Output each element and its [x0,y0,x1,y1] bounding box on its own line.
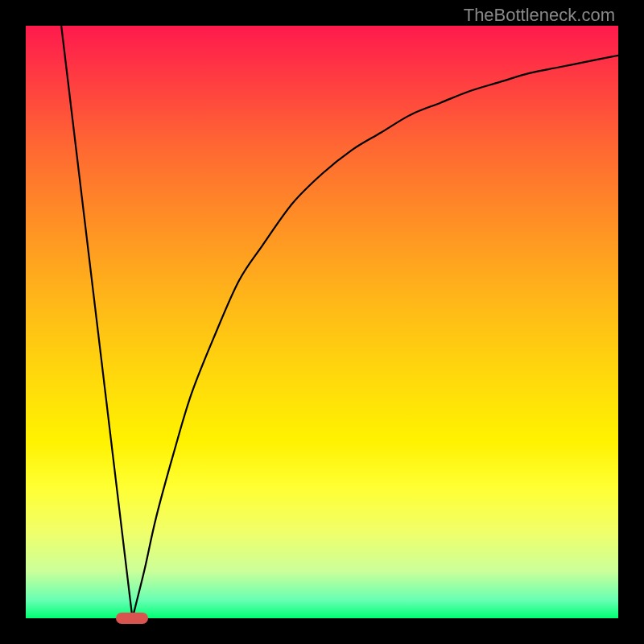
left-line-path [61,26,132,618]
watermark-text: TheBottleneck.com [464,5,615,26]
right-curve-path [132,56,618,618]
chart-lines [26,26,618,618]
vertex-marker [116,613,148,624]
